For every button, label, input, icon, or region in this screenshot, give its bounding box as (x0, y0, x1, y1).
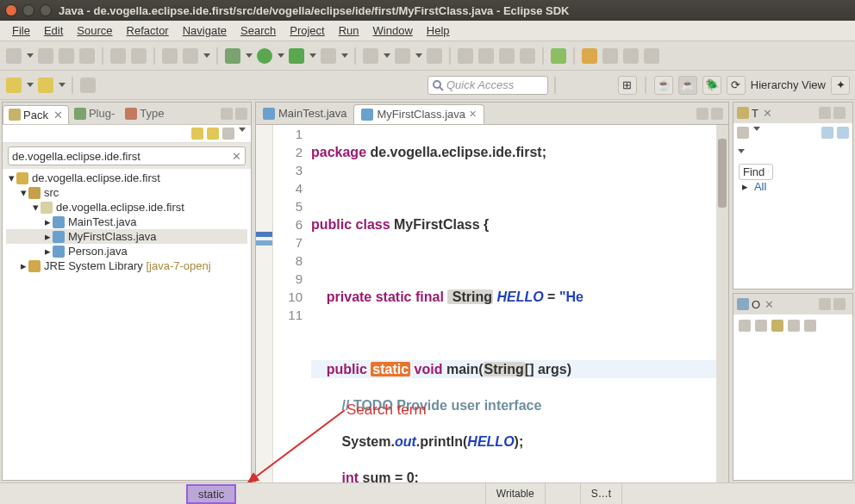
tree-package[interactable]: ▾de.vogella.eclipse.ide.first (6, 200, 247, 215)
new-icon[interactable] (6, 48, 22, 64)
save-icon[interactable] (38, 48, 53, 64)
code-area[interactable]: package de.vogella.eclipse.ide.first; pu… (308, 125, 728, 504)
focus-task-icon[interactable] (222, 128, 234, 140)
persp-debug-icon[interactable]: 🪲 (702, 76, 721, 95)
outline-label: O (752, 298, 760, 311)
mark-occur-icon[interactable] (478, 48, 494, 64)
menu-refactor[interactable]: Refactor (120, 22, 176, 39)
package-tree[interactable]: ▾de.vogella.eclipse.ide.first ▾src ▾de.v… (3, 169, 251, 480)
menu-file[interactable]: File (5, 22, 37, 39)
perspective-label[interactable]: Hierarchy View (751, 78, 826, 91)
close-window-button[interactable] (5, 4, 17, 16)
menu-source[interactable]: Source (70, 22, 119, 39)
editor-tabs: MainTest.java MyFirstClass.java✕ (256, 103, 728, 125)
link-editor-icon[interactable] (207, 128, 219, 140)
menu-run[interactable]: Run (332, 22, 366, 39)
persp-javabrowse-icon[interactable]: ☕ (678, 76, 697, 95)
close-icon[interactable]: ✕ (763, 107, 772, 120)
view-menu-icon[interactable] (239, 128, 246, 132)
task-find-input[interactable]: Find (739, 164, 773, 180)
open-task-icon[interactable] (183, 48, 198, 64)
menu-navigate[interactable]: Navigate (176, 22, 234, 39)
maximize-icon[interactable] (833, 107, 846, 119)
tree-file-maintest[interactable]: ▸MainTest.java (6, 215, 247, 229)
toggle-icon[interactable] (602, 48, 618, 64)
pin-editor-icon[interactable] (582, 48, 597, 64)
minimize-view-icon[interactable] (221, 108, 233, 120)
save-all-icon[interactable] (59, 48, 74, 64)
menu-search[interactable]: Search (234, 22, 283, 39)
maximize-icon[interactable] (833, 298, 846, 310)
filter-input[interactable]: de.vogella.eclipse.ide.first ✕ (8, 146, 246, 165)
run-last-icon[interactable] (289, 48, 304, 64)
close-icon[interactable]: ✕ (53, 109, 63, 121)
persp-more-icon[interactable]: ✦ (831, 76, 850, 95)
camera-icon[interactable] (131, 48, 147, 64)
menu-edit[interactable]: Edit (37, 22, 70, 39)
tree-file-myfirstclass[interactable]: ▸MyFirstClass.java (6, 229, 247, 244)
refresh-icon[interactable] (427, 48, 442, 64)
hide-fields-icon[interactable] (755, 320, 767, 332)
new-project-icon[interactable] (363, 48, 378, 64)
tab-package-explorer[interactable]: Pack✕ (3, 105, 69, 124)
close-icon[interactable]: ✕ (765, 298, 774, 311)
android-icon[interactable] (551, 48, 566, 64)
close-tab-icon[interactable]: ✕ (469, 109, 477, 120)
clear-filter-icon[interactable]: ✕ (232, 150, 241, 163)
run-icon[interactable] (257, 48, 272, 64)
hide-static-icon[interactable] (771, 320, 783, 332)
forward-icon[interactable] (38, 78, 53, 93)
editor-tab-myfirstclass[interactable]: MyFirstClass.java✕ (353, 104, 484, 124)
menu-help[interactable]: Help (420, 22, 457, 39)
java-file-icon (263, 108, 275, 120)
maximize-window-button[interactable] (40, 4, 52, 16)
debug-icon[interactable] (225, 48, 240, 64)
tab-types[interactable]: Type (120, 104, 169, 122)
minimize-icon[interactable] (819, 107, 831, 119)
hide-local-icon[interactable] (804, 320, 816, 332)
show-view-icon[interactable] (644, 48, 659, 64)
menu-window[interactable]: Window (366, 22, 420, 39)
focus-icon[interactable] (837, 127, 849, 139)
collapse-all-icon[interactable] (191, 128, 203, 140)
maximize-view-icon[interactable] (235, 108, 247, 120)
ext-tools-icon[interactable] (321, 48, 336, 64)
tree-project[interactable]: ▾de.vogella.eclipse.ide.first (6, 171, 247, 185)
minimize-editor-icon[interactable] (696, 108, 708, 120)
tree-src[interactable]: ▾src (6, 185, 247, 200)
tasklist-label: T (752, 107, 758, 120)
quick-access[interactable]: Quick Access (428, 76, 548, 95)
tree-file-person[interactable]: ▸Person.java (6, 244, 247, 258)
minimize-window-button[interactable] (22, 4, 34, 16)
open-perspective-button[interactable]: ⊞ (618, 76, 637, 95)
categorize-icon[interactable] (821, 127, 833, 139)
new-package-icon[interactable] (395, 48, 410, 64)
maximize-editor-icon[interactable] (711, 108, 723, 120)
package-icon (9, 109, 21, 121)
capture-icon[interactable] (80, 78, 96, 93)
java-file-icon (53, 246, 65, 258)
toggle-breadcrumb-icon[interactable] (458, 48, 473, 64)
editor-tab-maintest[interactable]: MainTest.java (256, 104, 353, 122)
back-icon[interactable] (6, 78, 22, 93)
all-link[interactable]: All (754, 180, 766, 193)
print-icon[interactable] (79, 48, 95, 64)
build-icon[interactable] (110, 48, 126, 64)
tasks-icon[interactable] (623, 48, 639, 64)
tab-plugins[interactable]: Plug- (69, 104, 120, 122)
minimize-icon[interactable] (819, 298, 831, 310)
window-title: Java - de.vogella.eclipse.ide.first/src/… (59, 4, 569, 17)
hide-nonpublic-icon[interactable] (788, 320, 800, 332)
menu-project[interactable]: Project (283, 22, 331, 39)
block-sel-icon[interactable] (499, 48, 515, 64)
open-type-icon[interactable] (162, 48, 178, 64)
plugin-icon (74, 108, 86, 120)
vertical-scrollbar[interactable] (716, 125, 728, 504)
persp-java-icon[interactable]: ☕ (654, 76, 673, 95)
whitespace-icon[interactable] (520, 48, 535, 64)
main-area: Pack✕ Plug- Type de.vogella.eclipse.ide.… (0, 100, 855, 482)
sort-icon[interactable] (739, 320, 751, 332)
tree-jre-library[interactable]: ▸JRE System Library [java-7-openj (6, 258, 247, 273)
new-task-icon[interactable] (737, 127, 749, 139)
persp-team-icon[interactable]: ⟳ (727, 76, 746, 95)
